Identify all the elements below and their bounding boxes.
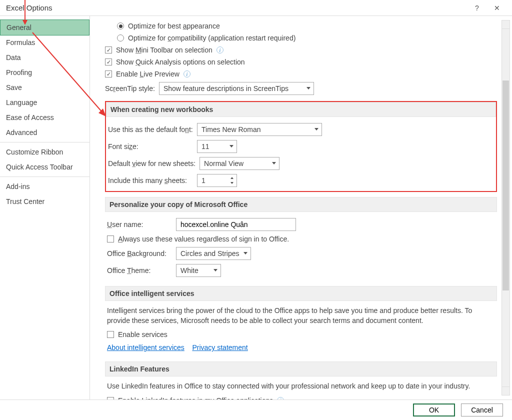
- checkbox-icon: [107, 397, 114, 400]
- linkedin-description: Use LinkedIn features in Office to stay …: [107, 380, 495, 394]
- field-label: Include this many sheets:: [108, 176, 193, 184]
- field-label: Office Background:: [107, 250, 172, 258]
- info-icon[interactable]: [184, 70, 190, 78]
- checkbox-icon: [105, 70, 112, 78]
- chevron-down-icon: [272, 162, 276, 164]
- help-icon[interactable]: ?: [467, 0, 487, 16]
- field-label: Default view for new sheets:: [108, 160, 196, 168]
- vertical-scrollbar[interactable]: [502, 20, 510, 396]
- checkbox-icon: [107, 331, 114, 338]
- close-icon[interactable]: ✕: [487, 0, 507, 16]
- checkbox-quick-analysis[interactable]: Show Quick Analysis options on selection: [105, 56, 497, 68]
- sidebar-separator: [0, 176, 90, 177]
- dropdown-value: Show feature descriptions in ScreenTips: [164, 84, 288, 92]
- checkbox-enable-services[interactable]: Enable services: [107, 328, 495, 340]
- default-view-dropdown[interactable]: Normal View: [200, 157, 280, 170]
- content-pane: Optimize for best appearance Optimize fo…: [90, 16, 512, 400]
- sidebar-item-add-ins[interactable]: Add-ins: [0, 179, 90, 194]
- field-label: User name:: [107, 220, 172, 228]
- sidebar-item-proofing[interactable]: Proofing: [0, 65, 90, 80]
- spinner-value: 1: [202, 176, 206, 184]
- sidebar-item-save[interactable]: Save: [0, 80, 90, 95]
- scrollbar-up-icon[interactable]: [502, 20, 510, 29]
- user-name-row: User name:: [107, 216, 495, 233]
- checkbox-icon: [107, 236, 114, 242]
- checkbox-label: Enable LinkedIn features in my Office ap…: [118, 396, 273, 400]
- checkbox-icon: [105, 58, 112, 66]
- scrollbar-down-icon[interactable]: [502, 386, 510, 395]
- field-label: Use this as the default font:: [108, 126, 193, 134]
- sidebar-item-ease-of-access[interactable]: Ease of Access: [0, 110, 90, 125]
- link-about-intelligent-services[interactable]: About intelligent services: [107, 344, 184, 352]
- radio-optimize-compatibility[interactable]: Optimize for compatibility (application …: [117, 32, 497, 44]
- chevron-down-icon: [244, 252, 248, 254]
- sidebar-item-data[interactable]: Data: [0, 50, 90, 65]
- title-bar: Excel Options ? ✕: [0, 0, 512, 16]
- cancel-button[interactable]: Cancel: [461, 404, 503, 416]
- screentip-style-row: ScreenTip style: Show feature descriptio…: [105, 80, 497, 97]
- chevron-down-icon: [214, 269, 218, 272]
- window-title: Excel Options: [6, 4, 467, 12]
- radio-icon: [117, 34, 124, 42]
- default-view-row: Default view for new sheets: Normal View: [108, 155, 494, 172]
- sidebar-item-formulas[interactable]: Formulas: [0, 35, 90, 50]
- annotation-highlight-box: When creating new workbooks Use this as …: [105, 101, 497, 192]
- scrollbar-thumb[interactable]: [502, 80, 509, 290]
- dropdown-value: Times New Roman: [202, 126, 261, 134]
- chevron-down-icon[interactable]: [228, 180, 236, 186]
- field-label: Office Theme:: [107, 266, 172, 274]
- default-font-row: Use this as the default font: Times New …: [108, 121, 494, 138]
- checkbox-linkedin-features[interactable]: Enable LinkedIn features in my Office ap…: [107, 394, 495, 400]
- checkbox-icon: [105, 46, 112, 54]
- section-header-linkedin: LinkedIn Features: [105, 362, 497, 376]
- sidebar-separator: [0, 142, 90, 142]
- screentip-label: ScreenTip style:: [105, 84, 155, 92]
- sidebar-item-advanced[interactable]: Advanced: [0, 125, 90, 140]
- dropdown-value: Normal View: [204, 160, 244, 168]
- sidebar: General Formulas Data Proofing Save Lang…: [0, 16, 90, 400]
- font-size-dropdown[interactable]: 11: [197, 140, 237, 153]
- info-icon[interactable]: [277, 397, 284, 400]
- info-icon[interactable]: [216, 46, 224, 54]
- ok-button[interactable]: OK: [413, 404, 455, 416]
- checkbox-always-use-values[interactable]: Always use these values regardless of si…: [107, 233, 495, 245]
- intelligent-services-description: Intelligent services bring the power of …: [107, 305, 495, 328]
- sheets-spinner[interactable]: 1: [197, 174, 237, 187]
- chevron-up-icon[interactable]: [228, 176, 236, 180]
- screentip-style-dropdown[interactable]: Show feature descriptions in ScreenTips: [159, 82, 314, 95]
- sidebar-item-general[interactable]: General: [0, 20, 90, 36]
- section-header-new-workbooks: When creating new workbooks: [106, 102, 496, 117]
- section-header-intelligent-services: Office intelligent services: [105, 286, 497, 301]
- font-size-row: Font size: 11: [108, 138, 494, 155]
- section-header-personalize: Personalize your copy of Microsoft Offic…: [105, 197, 497, 212]
- main-area: General Formulas Data Proofing Save Lang…: [0, 16, 512, 400]
- checkbox-mini-toolbar[interactable]: Show Mini Toolbar on selection: [105, 44, 497, 56]
- chevron-down-icon: [314, 128, 318, 130]
- office-background-row: Office Background: Circles and Stripes: [107, 245, 495, 262]
- sidebar-item-customize-ribbon[interactable]: Customize Ribbon: [0, 144, 90, 160]
- office-theme-row: Office Theme: White: [107, 262, 495, 279]
- radio-optimize-appearance[interactable]: Optimize for best appearance: [117, 20, 497, 32]
- checkbox-label: Enable services: [118, 330, 168, 338]
- office-theme-dropdown[interactable]: White: [176, 264, 221, 277]
- default-font-dropdown[interactable]: Times New Roman: [197, 123, 322, 136]
- dropdown-value: Circles and Stripes: [180, 250, 240, 258]
- chevron-down-icon: [306, 87, 310, 90]
- checkbox-label: Show Mini Toolbar on selection: [116, 46, 212, 54]
- checkbox-label: Show Quick Analysis options on selection: [116, 58, 245, 66]
- sidebar-item-quick-access-toolbar[interactable]: Quick Access Toolbar: [0, 160, 90, 174]
- checkbox-live-preview[interactable]: Enable Live Preview: [105, 68, 497, 80]
- radio-label: Optimize for compatibility (application …: [128, 34, 296, 42]
- sidebar-item-language[interactable]: Language: [0, 95, 90, 110]
- dialog-footer: OK Cancel: [0, 400, 512, 420]
- checkbox-label: Always use these values regardless of si…: [118, 235, 289, 243]
- field-label: Font size:: [108, 142, 193, 150]
- checkbox-label: Enable Live Preview: [116, 70, 180, 78]
- spinner-buttons[interactable]: [228, 176, 236, 186]
- sidebar-item-trust-center[interactable]: Trust Center: [0, 194, 90, 209]
- office-background-dropdown[interactable]: Circles and Stripes: [176, 247, 251, 260]
- chevron-down-icon: [230, 145, 234, 148]
- radio-icon: [117, 22, 124, 30]
- link-privacy-statement[interactable]: Privacy statement: [192, 344, 248, 352]
- user-name-input[interactable]: [176, 218, 296, 231]
